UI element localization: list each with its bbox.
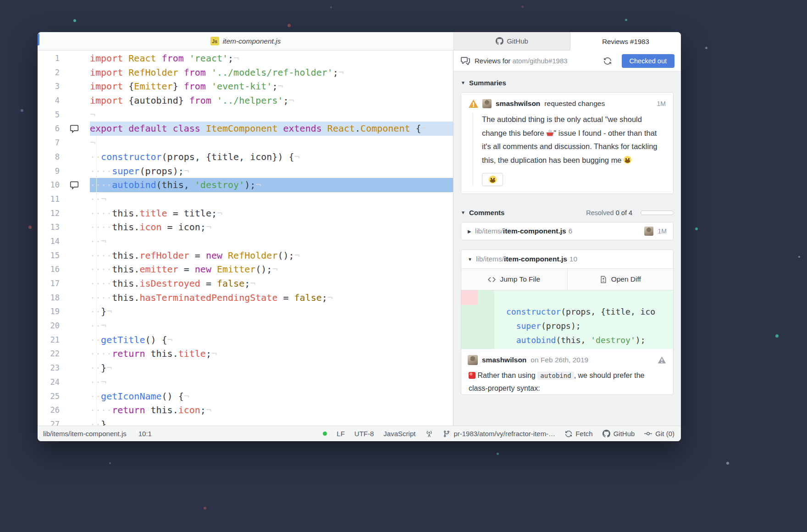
status-file-path[interactable]: lib/items/item-component.js	[43, 430, 127, 438]
fetch-button[interactable]: Fetch	[565, 430, 593, 438]
reviews-scroll-area[interactable]: ▼ Summaries smashwilson requested change…	[453, 72, 681, 426]
code-line[interactable]: 23··}¬	[38, 361, 453, 375]
code-line[interactable]: 3import {Emitter} from 'event-kit';¬	[38, 79, 453, 94]
github-reviews-panel: Reviews for atom/github#1983 Checked out…	[453, 50, 681, 426]
line-number[interactable]: 18	[38, 291, 60, 305]
code-line[interactable]: 18····this.hasTerminatedPendingState = f…	[38, 291, 453, 305]
gutter-space	[60, 94, 90, 108]
code-line[interactable]: 21··getTitle() {¬	[38, 333, 453, 347]
line-number[interactable]: 12	[38, 206, 60, 221]
line-number[interactable]: 27	[38, 417, 60, 426]
line-number[interactable]: 22	[38, 347, 60, 361]
editor-tab[interactable]: Js item-component.js	[38, 32, 453, 50]
code-line[interactable]: 13····this.icon = icon;¬	[38, 220, 453, 234]
comment-author[interactable]: smashwilson	[482, 356, 526, 364]
line-number[interactable]: 26	[38, 403, 60, 417]
tab-github[interactable]: GitHub	[453, 32, 570, 50]
collapse-triangle-icon: ▼	[461, 80, 465, 85]
code-line[interactable]: 17····this.isDestroyed = false;¬	[38, 277, 453, 291]
code-line[interactable]: 27··}	[38, 417, 453, 426]
code-line[interactable]: 5¬	[38, 108, 453, 122]
gutter-space	[60, 375, 90, 389]
teletype-icon[interactable]	[425, 430, 433, 438]
thread-header[interactable]: ▼ lib/items/item-component.js10	[461, 250, 673, 268]
code-line[interactable]: 20··¬	[38, 319, 453, 333]
code-text: ····return this.title;¬	[90, 347, 453, 361]
line-number[interactable]: 7	[38, 136, 60, 150]
tab-reviews-label: Reviews #1983	[602, 38, 649, 45]
code-line[interactable]: 11··¬	[38, 192, 453, 206]
line-number[interactable]: 21	[38, 333, 60, 347]
refresh-icon[interactable]	[603, 57, 612, 65]
comment-date: on Feb 26th, 2019	[531, 356, 588, 364]
diff-line: constructor(props, {title, ico	[506, 305, 673, 319]
line-number[interactable]: 24	[38, 375, 60, 389]
line-number[interactable]: 4	[38, 94, 60, 108]
jump-to-file-button[interactable]: Jump To File	[461, 269, 567, 290]
git-panel-toggle[interactable]: Git (0)	[644, 430, 674, 438]
comments-section-header[interactable]: ▼ Comments Resolved 0 of 4	[461, 209, 674, 216]
line-number[interactable]: 6	[38, 122, 60, 136]
code-text: ··¬	[90, 319, 453, 333]
line-number[interactable]: 16	[38, 262, 60, 277]
code-line[interactable]: 25··getIconName() {¬	[38, 389, 453, 404]
cursor-position[interactable]: 10:1	[138, 430, 152, 438]
code-line[interactable]: 9····super(props);¬	[38, 164, 453, 178]
line-ending-indicator[interactable]: LF	[337, 430, 345, 438]
review-comment-icon[interactable]	[60, 122, 90, 136]
review-summary-card: smashwilson requested changes 1M The aut…	[461, 92, 674, 194]
tab-bar: Js item-component.js GitHub Reviews #198…	[38, 32, 681, 50]
code-editor[interactable]: 1import React from 'react';¬2import RefH…	[38, 50, 453, 426]
github-label: GitHub	[614, 430, 635, 438]
line-number[interactable]: 8	[38, 150, 60, 164]
line-number[interactable]: 23	[38, 361, 60, 375]
code-line[interactable]: 26····return this.icon;¬	[38, 403, 453, 417]
background-dot	[695, 227, 698, 230]
code-line[interactable]: 12····this.title = title;¬	[38, 206, 453, 221]
code-line[interactable]: 8··constructor(props, {title, icon}) {¬	[38, 150, 453, 164]
code-line[interactable]: 24··¬	[38, 375, 453, 389]
line-number[interactable]: 1	[38, 51, 60, 66]
code-line[interactable]: 6export default class ItemComponent exte…	[38, 122, 453, 136]
git-branch-indicator[interactable]: pr-1983/atom/vy/refractor-item-…	[443, 430, 555, 438]
grammar-indicator[interactable]: JavaScript	[383, 430, 415, 438]
code-line[interactable]: 4import {autobind} from '../helpers';¬	[38, 94, 453, 108]
line-number[interactable]: 9	[38, 164, 60, 178]
tab-reviews[interactable]: Reviews #1983	[570, 32, 681, 50]
code-line[interactable]: 7¬	[38, 136, 453, 150]
code-line[interactable]: 22····return this.title;¬	[38, 347, 453, 361]
thread-file: item-component.js	[503, 227, 566, 235]
review-author[interactable]: smashwilson	[496, 100, 540, 108]
line-number[interactable]: 14	[38, 234, 60, 249]
line-number[interactable]: 20	[38, 319, 60, 333]
github-panel-toggle[interactable]: GitHub	[602, 430, 635, 438]
line-number[interactable]: 3	[38, 79, 60, 94]
code-line[interactable]: 14··¬	[38, 234, 453, 249]
code-line[interactable]: 10····autobind(this, 'destroy');¬	[38, 178, 453, 192]
code-line[interactable]: 19··}¬	[38, 305, 453, 319]
code-line[interactable]: 16····this.emitter = new Emitter();¬	[38, 262, 453, 277]
line-number[interactable]: 25	[38, 389, 60, 404]
gutter-space	[60, 164, 90, 178]
gutter-space	[60, 79, 90, 94]
line-number[interactable]: 17	[38, 277, 60, 291]
encoding-indicator[interactable]: UTF-8	[354, 430, 374, 438]
checked-out-button[interactable]: Checked out	[622, 54, 674, 68]
line-number[interactable]: 19	[38, 305, 60, 319]
thread-comment: smashwilson on Feb 26th, 2019 Rather tha…	[461, 349, 673, 394]
code-line[interactable]: 1import React from 'react';¬	[38, 51, 453, 66]
line-number[interactable]: 5	[38, 108, 60, 122]
open-diff-button[interactable]: Open Diff	[567, 269, 674, 290]
review-comment-icon[interactable]	[60, 178, 90, 192]
summaries-section-header[interactable]: ▼ Summaries	[461, 79, 674, 87]
line-number[interactable]: 13	[38, 220, 60, 234]
code-text: import {autobind} from '../helpers';¬	[90, 94, 453, 108]
code-line[interactable]: 2import RefHolder from '../models/ref-ho…	[38, 66, 453, 80]
comment-thread-collapsed[interactable]: ▶ lib/items/item-component.js6 1M	[461, 222, 674, 240]
line-number[interactable]: 2	[38, 66, 60, 80]
line-number[interactable]: 15	[38, 249, 60, 263]
line-number[interactable]: 11	[38, 192, 60, 206]
line-number[interactable]: 10	[38, 178, 60, 192]
add-reaction-button[interactable]	[482, 173, 503, 186]
code-line[interactable]: 15····this.refHolder = new RefHolder();¬	[38, 249, 453, 263]
